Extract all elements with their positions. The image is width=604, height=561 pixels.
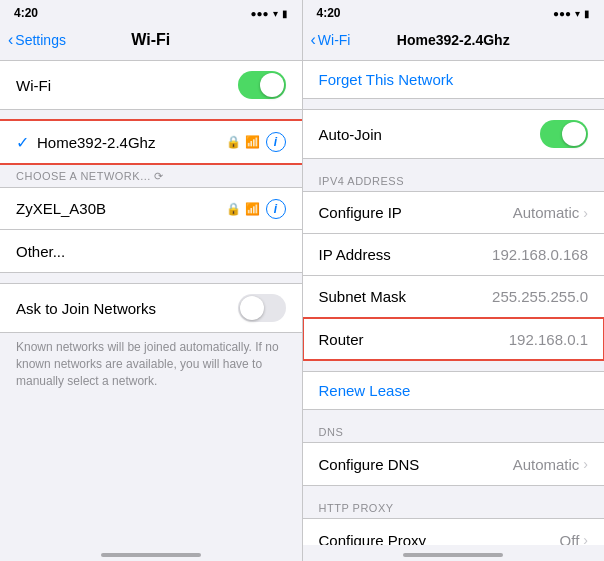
battery-icon-right: ▮ xyxy=(584,8,590,19)
configure-dns-label: Configure DNS xyxy=(319,456,513,473)
dns-section-label: DNS xyxy=(303,420,605,442)
forget-network-button[interactable]: Forget This Network xyxy=(303,60,605,99)
ask-join-description: Known networks will be joined automatica… xyxy=(0,333,302,399)
status-time-right: 4:20 xyxy=(317,6,341,20)
signal-icon-left: ●●● xyxy=(250,8,268,19)
left-content: Wi-Fi ✓ Home392-2.4Ghz 🔒 📶 i CHOOSE A NE… xyxy=(0,60,302,545)
configure-ip-row[interactable]: Configure IP Automatic › xyxy=(303,192,605,234)
connected-network-group: ✓ Home392-2.4Ghz 🔒 📶 i xyxy=(0,120,302,164)
wifi-icon-right: ▾ xyxy=(575,8,580,19)
nav-title-right: Home392-2.4Ghz xyxy=(397,32,510,48)
nav-bar-right: ‹ Wi-Fi Home392-2.4Ghz xyxy=(303,24,605,60)
zyxel-icons: 🔒 📶 xyxy=(226,202,260,216)
ip-address-row[interactable]: IP Address 192.168.0.168 xyxy=(303,234,605,276)
status-icons-right: ●●● ▾ ▮ xyxy=(553,8,590,19)
wifi-toggle-label: Wi-Fi xyxy=(16,77,238,94)
auto-join-toggle[interactable] xyxy=(540,120,588,148)
configure-proxy-label: Configure Proxy xyxy=(319,532,560,546)
choose-network-label: CHOOSE A NETWORK... ⟳ xyxy=(0,164,302,187)
right-screen: 4:20 ●●● ▾ ▮ ‹ Wi-Fi Home392-2.4Ghz Forg… xyxy=(303,0,605,561)
right-content: Forget This Network Auto-Join IPV4 ADDRE… xyxy=(303,60,605,545)
other-networks-group: ZyXEL_A30B 🔒 📶 i Other... xyxy=(0,187,302,273)
ip-address-value: 192.168.0.168 xyxy=(492,246,588,263)
other-network-row[interactable]: Other... xyxy=(0,230,302,272)
zyxel-network-row[interactable]: ZyXEL_A30B 🔒 📶 i xyxy=(0,188,302,230)
home-bar-right xyxy=(403,553,503,557)
loading-spinner: ⟳ xyxy=(154,170,164,182)
back-label-right: Wi-Fi xyxy=(318,32,351,48)
info-button-zyxel[interactable]: i xyxy=(266,199,286,219)
ipv4-group: Configure IP Automatic › IP Address 192.… xyxy=(303,191,605,361)
signal-icon-right: ●●● xyxy=(553,8,571,19)
configure-dns-row[interactable]: Configure DNS Automatic › xyxy=(303,443,605,485)
http-section-label: HTTP PROXY xyxy=(303,496,605,518)
ip-address-label: IP Address xyxy=(319,246,493,263)
network-icons: 🔒 📶 xyxy=(226,135,260,149)
zyxel-lock-icon: 🔒 xyxy=(226,202,241,216)
wifi-toggle-switch[interactable] xyxy=(238,71,286,99)
back-button-right[interactable]: ‹ Wi-Fi xyxy=(311,31,351,49)
wifi-toggle-group: Wi-Fi xyxy=(0,60,302,110)
connected-network-name: Home392-2.4Ghz xyxy=(37,134,226,151)
ask-join-group: Ask to Join Networks xyxy=(0,283,302,333)
wifi-toggle-row[interactable]: Wi-Fi xyxy=(0,61,302,109)
subnet-mask-value: 255.255.255.0 xyxy=(492,288,588,305)
ask-join-row[interactable]: Ask to Join Networks xyxy=(0,284,302,332)
http-group: Configure Proxy Off › xyxy=(303,518,605,545)
ipv4-section-label: IPV4 ADDRESS xyxy=(303,169,605,191)
back-button-left[interactable]: ‹ Settings xyxy=(8,31,66,49)
lock-icon: 🔒 xyxy=(226,135,241,149)
router-value: 192.168.0.1 xyxy=(509,331,588,348)
back-label-left: Settings xyxy=(15,32,66,48)
dns-group: Configure DNS Automatic › xyxy=(303,442,605,486)
ask-join-toggle[interactable] xyxy=(238,294,286,322)
auto-join-row[interactable]: Auto-Join xyxy=(303,110,605,158)
auto-join-label: Auto-Join xyxy=(319,126,541,143)
configure-proxy-chevron: › xyxy=(583,532,588,545)
subnet-mask-row[interactable]: Subnet Mask 255.255.255.0 xyxy=(303,276,605,318)
configure-ip-chevron: › xyxy=(583,205,588,221)
nav-title-left: Wi-Fi xyxy=(131,31,170,49)
configure-dns-value: Automatic xyxy=(513,456,580,473)
router-row[interactable]: Router 192.168.0.1 xyxy=(303,318,605,360)
back-chevron-left: ‹ xyxy=(8,31,13,49)
connected-network-row[interactable]: ✓ Home392-2.4Ghz 🔒 📶 i xyxy=(0,121,302,163)
configure-proxy-row[interactable]: Configure Proxy Off › xyxy=(303,519,605,545)
home-indicator-right xyxy=(303,545,605,561)
configure-ip-value: Automatic xyxy=(513,204,580,221)
auto-join-group: Auto-Join xyxy=(303,109,605,159)
checkmark-icon: ✓ xyxy=(16,133,29,152)
battery-icon-left: ▮ xyxy=(282,8,288,19)
zyxel-wifi-icon: 📶 xyxy=(245,202,260,216)
configure-dns-chevron: › xyxy=(583,456,588,472)
home-indicator-left xyxy=(0,545,302,561)
info-button-connected[interactable]: i xyxy=(266,132,286,152)
other-network-label: Other... xyxy=(16,243,286,260)
configure-ip-label: Configure IP xyxy=(319,204,513,221)
subnet-mask-label: Subnet Mask xyxy=(319,288,493,305)
nav-bar-left: ‹ Settings Wi-Fi xyxy=(0,24,302,60)
back-chevron-right: ‹ xyxy=(311,31,316,49)
home-bar-left xyxy=(101,553,201,557)
status-bar-left: 4:20 ●●● ▾ ▮ xyxy=(0,0,302,24)
wifi-icon-left: ▾ xyxy=(273,8,278,19)
status-time-left: 4:20 xyxy=(14,6,38,20)
configure-proxy-value: Off xyxy=(560,532,580,546)
ask-join-label: Ask to Join Networks xyxy=(16,300,238,317)
router-label: Router xyxy=(319,331,509,348)
status-icons-left: ●●● ▾ ▮ xyxy=(250,8,287,19)
left-screen: 4:20 ●●● ▾ ▮ ‹ Settings Wi-Fi Wi-Fi ✓ Ho… xyxy=(0,0,302,561)
wifi-signal-icon: 📶 xyxy=(245,135,260,149)
zyxel-network-name: ZyXEL_A30B xyxy=(16,200,226,217)
status-bar-right: 4:20 ●●● ▾ ▮ xyxy=(303,0,605,24)
renew-lease-button[interactable]: Renew Lease xyxy=(303,371,605,410)
